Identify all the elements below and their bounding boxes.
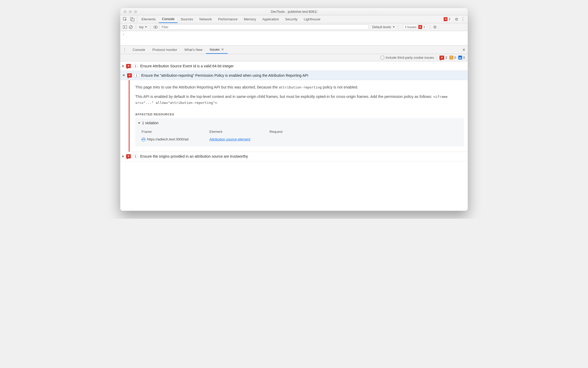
- titlebar: DevTools - publisher.test:8081/: [120, 8, 468, 15]
- issue-description-1: This page tries to use the Attribution R…: [135, 84, 464, 90]
- affected-resources-box: 1 violation Frame Element Request </> ht…: [135, 118, 464, 146]
- issue-severity-counts: 3 !0 ▬0: [439, 56, 465, 60]
- top-error-count-value: 3: [449, 17, 450, 21]
- error-count-value: 3: [445, 56, 447, 60]
- expand-icon: [122, 155, 124, 158]
- error-icon: ✕: [418, 25, 422, 29]
- issue-title: Ensure the origins provided in an attrib…: [140, 154, 248, 158]
- warning-count[interactable]: !0: [449, 56, 456, 60]
- devtools-window: DevTools - publisher.test:8081/ Elements…: [120, 8, 468, 211]
- close-dot[interactable]: [124, 10, 127, 13]
- tab-elements[interactable]: Elements: [138, 15, 159, 23]
- drawer-tab-console[interactable]: Console: [129, 46, 149, 54]
- error-icon: ✕: [444, 17, 448, 21]
- cell-frame: </> https://adtech.test:3000/ad: [142, 136, 207, 143]
- console-settings-icon[interactable]: ⚙: [433, 25, 437, 29]
- violation-group[interactable]: 1 violation: [138, 120, 461, 126]
- text-segment: .: [217, 100, 218, 105]
- drawer-tab-issues[interactable]: Issues ✕: [206, 46, 228, 54]
- settings-gear-icon[interactable]: ⚙: [455, 17, 458, 22]
- sidebar-toggle-icon[interactable]: [123, 25, 127, 29]
- close-icon[interactable]: ✕: [221, 48, 224, 51]
- tab-network[interactable]: Network: [196, 15, 215, 23]
- cell-request: [269, 136, 316, 143]
- drawer-tab-whats-new[interactable]: What's New: [181, 46, 206, 54]
- issue-description-2: This API is enabled by default in the to…: [135, 94, 464, 105]
- context-selector[interactable]: top: [139, 25, 147, 29]
- third-party-cookie-checkbox[interactable]: Include third-party cookie issues: [381, 56, 434, 60]
- affected-resources-heading: AFFECTED RESOURCES: [135, 112, 464, 117]
- issues-toolbar: Include third-party cookie issues 3 !0 ▬…: [120, 54, 468, 61]
- issue-row[interactable]: 1 Ensure the origins provided in an attr…: [120, 152, 468, 161]
- checkbox-input[interactable]: [381, 56, 384, 59]
- top-error-count[interactable]: ✕ 3: [442, 17, 452, 22]
- issues-list: 1 Ensure Attribution Source Event Id is …: [120, 61, 468, 211]
- console-prompt-area[interactable]: ›: [120, 31, 468, 46]
- issues-chip[interactable]: 3 Issues: ✕ 3: [403, 24, 427, 30]
- issue-title: Ensure the "attribution-reporting" Permi…: [141, 73, 308, 78]
- col-request: Request: [269, 128, 316, 136]
- issue-row[interactable]: 1 Ensure Attribution Source Event Id is …: [120, 61, 468, 71]
- text-segment: policy is not enabled.: [322, 85, 358, 89]
- log-levels-selector[interactable]: Default levels: [372, 25, 395, 29]
- violation-title: 1 violation: [142, 120, 158, 126]
- col-element: Element: [209, 128, 267, 136]
- expand-icon: [122, 65, 124, 67]
- issues-chip-label: 3 Issues:: [405, 25, 417, 29]
- error-icon: [127, 73, 132, 78]
- drawer-more-icon[interactable]: ⋮: [120, 48, 129, 52]
- tab-console[interactable]: Console: [159, 15, 178, 23]
- device-icon[interactable]: [130, 17, 134, 21]
- checkbox-label: Include third-party cookie issues: [386, 56, 434, 60]
- code-segment: attribution-reporting: [279, 85, 322, 89]
- main-tab-bar: Elements Console Sources Network Perform…: [120, 15, 468, 23]
- affected-resources-table: Frame Element Request </> https://adtech…: [138, 128, 461, 143]
- tab-sources[interactable]: Sources: [178, 15, 196, 23]
- element-link[interactable]: Attribution source element: [209, 137, 250, 142]
- window-title: DevTools - publisher.test:8081/: [120, 10, 468, 14]
- console-toolbar: top Default levels 3 Issues: ✕ 3 ⚙: [120, 23, 468, 31]
- svg-point-7: [155, 26, 156, 28]
- frame-icon: </>: [142, 138, 145, 141]
- frame-url[interactable]: https://adtech.test:3000/ad: [147, 137, 189, 142]
- tab-security[interactable]: Security: [282, 15, 301, 23]
- cell-element: Attribution source element: [209, 136, 267, 143]
- main-tabs: Elements Console Sources Network Perform…: [137, 15, 324, 23]
- error-icon: [126, 154, 131, 158]
- tab-lighthouse[interactable]: Lighthouse: [301, 15, 324, 23]
- filter-input[interactable]: [160, 25, 369, 29]
- warning-count-value: 0: [454, 56, 456, 60]
- error-icon: [126, 64, 131, 68]
- clear-console-icon[interactable]: [129, 25, 133, 29]
- svg-line-5: [130, 26, 132, 28]
- text-segment: This page tries to use the Attribution R…: [135, 85, 279, 89]
- drawer-tab-issues-label: Issues: [210, 48, 220, 51]
- dropdown-icon: [145, 26, 147, 28]
- traffic-lights: [120, 10, 137, 13]
- inspect-icon[interactable]: [123, 17, 127, 21]
- issue-count-badge: 1: [133, 64, 138, 68]
- col-frame: Frame: [142, 128, 207, 136]
- more-menu-icon[interactable]: ⋮: [461, 17, 465, 22]
- collapse-icon: [138, 122, 140, 124]
- drawer-tab-protocol-monitor[interactable]: Protocol monitor: [149, 46, 181, 54]
- info-icon: ▬: [458, 56, 462, 60]
- issues-chip-count: 3: [423, 25, 425, 29]
- drawer-close-icon[interactable]: ✕: [462, 48, 466, 52]
- info-count[interactable]: ▬0: [458, 56, 465, 60]
- dropdown-icon: [393, 26, 395, 28]
- zoom-dot[interactable]: [134, 10, 137, 13]
- warning-icon: !: [449, 56, 453, 60]
- error-count[interactable]: 3: [439, 56, 447, 60]
- issue-row[interactable]: 1 Ensure the "attribution-reporting" Per…: [120, 71, 468, 80]
- live-expression-icon[interactable]: [154, 26, 158, 29]
- svg-rect-2: [132, 19, 134, 21]
- minimize-dot[interactable]: [129, 10, 132, 13]
- issue-count-badge: 1: [134, 73, 139, 78]
- log-levels-label: Default levels: [372, 25, 391, 29]
- context-label: top: [139, 25, 144, 29]
- tab-application[interactable]: Application: [259, 15, 282, 23]
- tab-performance[interactable]: Performance: [215, 15, 240, 23]
- tab-memory[interactable]: Memory: [241, 15, 259, 23]
- text-segment: This API is enabled by default in the to…: [135, 94, 433, 99]
